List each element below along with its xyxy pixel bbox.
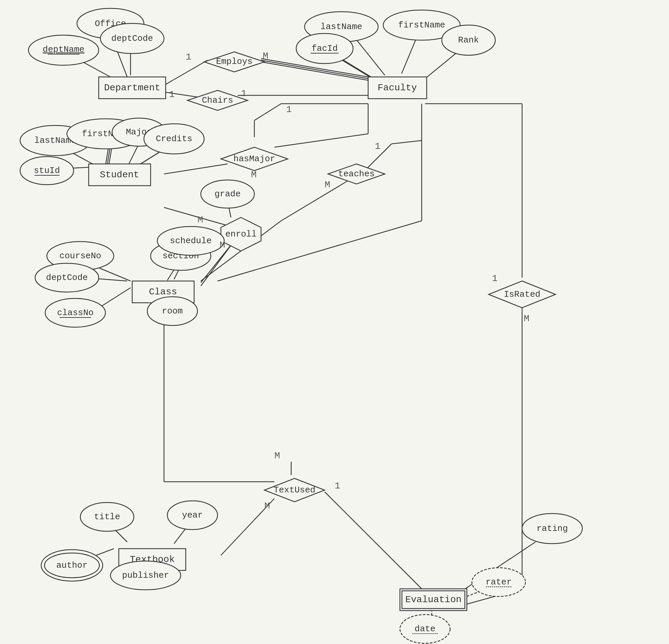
student-label: Student	[100, 170, 139, 180]
hasmajor-1-top-label: 1	[286, 104, 292, 115]
israted-label: IsRated	[504, 289, 540, 299]
department-label: Department	[104, 83, 160, 93]
lastname-fac-label: lastName	[321, 22, 362, 32]
israted-m-label: M	[524, 314, 529, 324]
teaches-m-label: M	[325, 180, 330, 190]
chairs-1-left-label: 1	[169, 89, 175, 100]
employs-m-label: M	[263, 51, 268, 61]
chairs-1-right-label: 1	[241, 88, 247, 99]
deptname-label: deptName	[43, 44, 85, 55]
employs-1-label: 1	[186, 52, 191, 62]
faculty-label: Faculty	[378, 83, 417, 93]
firstname-fac-label: firstName	[398, 20, 445, 30]
stuid-label: stuId	[34, 166, 60, 176]
facid-label: facId	[312, 43, 338, 54]
schedule-label: schedule	[170, 236, 212, 246]
er-diagram: Employs Chairs hasMajor teaches enroll T…	[0, 0, 669, 644]
class-label: Class	[149, 287, 177, 297]
enroll-m-left-label: M	[197, 215, 203, 225]
date-label: date	[415, 624, 436, 634]
employs-label: Employs	[216, 57, 252, 67]
teaches-label: teaches	[338, 169, 374, 179]
deptcode-label: deptCode	[112, 33, 153, 43]
room-label: room	[162, 306, 183, 316]
publisher-label: publisher	[122, 570, 169, 581]
grade-label: grade	[214, 189, 241, 199]
title-label: title	[94, 512, 120, 522]
enroll-label: enroll	[225, 229, 257, 239]
deptcode-class-label: deptCode	[46, 273, 88, 283]
rating-label: rating	[537, 524, 568, 534]
credits-label: Credits	[156, 134, 192, 144]
evaluation-label: Evaluation	[405, 595, 461, 605]
year-label: year	[182, 510, 203, 520]
israted-1-label: 1	[492, 273, 498, 284]
hasmajor-label: hasMajor	[233, 154, 275, 164]
textused-1-label: 1	[334, 481, 340, 491]
textused-label: TextUsed	[274, 485, 316, 495]
textused-m-class-label: M	[274, 450, 280, 461]
teaches-1-label: 1	[375, 141, 381, 152]
enroll-m-right-label: M	[219, 240, 225, 250]
rank-label: Rank	[458, 35, 479, 45]
author-label: author	[56, 560, 88, 570]
textused-m-text-label: M	[265, 501, 270, 511]
classno-label: classNo	[57, 308, 94, 318]
courseno-label: courseNo	[60, 251, 101, 261]
chairs-label: Chairs	[202, 95, 233, 105]
hasmajor-m-label: M	[251, 170, 257, 180]
rater-label: rater	[486, 577, 512, 587]
